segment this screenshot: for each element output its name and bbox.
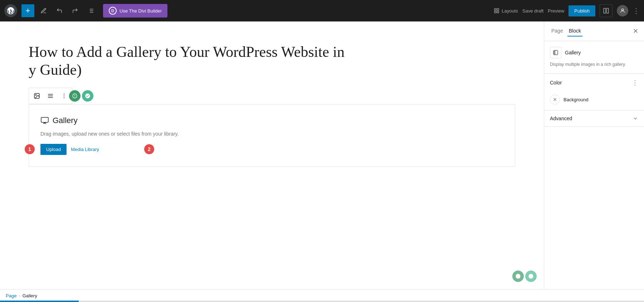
color-section-title: Color [550,80,632,86]
block-action-icons [69,90,93,102]
color-section-more-button[interactable]: ⋮ [632,79,638,87]
gallery-block-header: Gallery [40,116,503,125]
advanced-section-header[interactable]: Advanced [544,111,644,126]
save-draft-button[interactable]: Save draft [522,8,543,14]
tab-block[interactable]: Block [567,26,582,36]
post-title[interactable]: How to Add a Gallery to Your WordPress W… [29,43,515,79]
editor-bottom-icons [512,271,537,282]
add-block-button[interactable]: + [21,4,34,17]
breadcrumb-page[interactable]: Page [6,293,16,298]
svg-rect-25 [553,50,558,55]
annotation-2: 2 [144,144,154,154]
sidebar-block-info: Gallery Display multiple images in a ric… [544,41,644,74]
svg-point-23 [516,274,520,278]
gallery-block-icon [40,116,49,125]
align-button[interactable] [44,89,57,102]
media-library-button[interactable]: Media Library [71,147,99,152]
more-options-button[interactable]: ⋮ [633,6,640,15]
advanced-section-title: Advanced [550,116,633,121]
divi-circle-icon: D [109,7,117,15]
background-color-option[interactable]: Background [544,92,644,110]
sidebar-block-name: Gallery [565,50,581,55]
color-section: Color ⋮ Background [544,74,644,111]
svg-point-19 [64,96,64,96]
editor-area: How to Add a Gallery to Your WordPress W… [0,21,544,289]
wordpress-logo[interactable] [4,4,17,17]
gallery-block[interactable]: Gallery Drag images, upload new ones or … [29,104,515,167]
svg-point-18 [64,93,64,94]
redo-button[interactable] [69,4,82,17]
sidebar-header: Page Block ✕ [544,21,644,41]
sidebar-close-button[interactable]: ✕ [633,28,638,34]
status-bar: Page › Gallery [0,289,644,302]
divi-builder-button[interactable]: D Use The Divi Builder [103,4,167,18]
sidebar-block-description: Display multiple images in a rich galler… [550,61,638,68]
gallery-description: Drag images, upload new ones or select f… [40,131,503,137]
color-circle-icon [550,94,560,104]
block-toolbar [29,88,72,104]
bottom-icon-1[interactable] [512,271,524,282]
annotation-1: 1 [25,144,35,154]
svg-rect-10 [604,8,605,13]
scroll-track [0,301,644,302]
top-toolbar: + D Use The Divi Builder [0,0,644,21]
settings-toggle-button[interactable] [600,4,613,17]
color-section-header[interactable]: Color ⋮ [544,74,644,92]
gallery-block-title: Gallery [53,116,78,125]
advanced-section: Advanced [544,111,644,127]
sidebar-block-info-header: Gallery [550,47,638,58]
toolbar-right: Layouts Save draft Preview Publish ⋮ [494,4,640,17]
preview-button[interactable]: Preview [548,8,564,14]
svg-rect-11 [607,8,609,13]
svg-rect-8 [497,11,499,13]
list-view-button[interactable] [84,4,97,17]
svg-rect-9 [494,11,496,13]
block-action-icon-1[interactable] [69,90,80,102]
tab-page[interactable]: Page [550,26,565,36]
scroll-thumb[interactable] [0,301,79,302]
svg-rect-21 [41,117,48,122]
svg-rect-7 [497,9,499,10]
more-block-options-button[interactable] [58,89,70,102]
user-avatar[interactable] [617,5,628,16]
svg-rect-6 [494,9,496,10]
main-area: How to Add a Gallery to Your WordPress W… [0,21,644,289]
upload-button[interactable]: Upload [40,144,67,155]
gallery-block-wrapper: Gallery Drag images, upload new ones or … [29,104,515,167]
svg-point-24 [528,274,533,278]
publish-button[interactable]: Publish [569,5,595,16]
right-sidebar: Page Block ✕ Gallery Display multiple im… [544,21,644,289]
edit-tools-button[interactable] [37,4,50,17]
sidebar-block-icon [550,47,561,58]
block-action-icon-2[interactable] [82,90,93,102]
svg-point-12 [621,9,623,11]
layouts-button[interactable]: Layouts [494,8,518,14]
breadcrumb-gallery: Gallery [23,293,37,298]
gallery-actions: 1 Upload Media Library 2 [40,144,503,155]
image-block-button[interactable] [30,89,43,102]
advanced-section-chevron[interactable] [633,116,638,121]
background-label: Background [564,97,588,102]
breadcrumb-separator: › [19,293,20,298]
bottom-icon-2[interactable] [525,271,537,282]
undo-button[interactable] [53,4,66,17]
svg-point-20 [64,97,64,98]
svg-point-14 [35,94,36,95]
